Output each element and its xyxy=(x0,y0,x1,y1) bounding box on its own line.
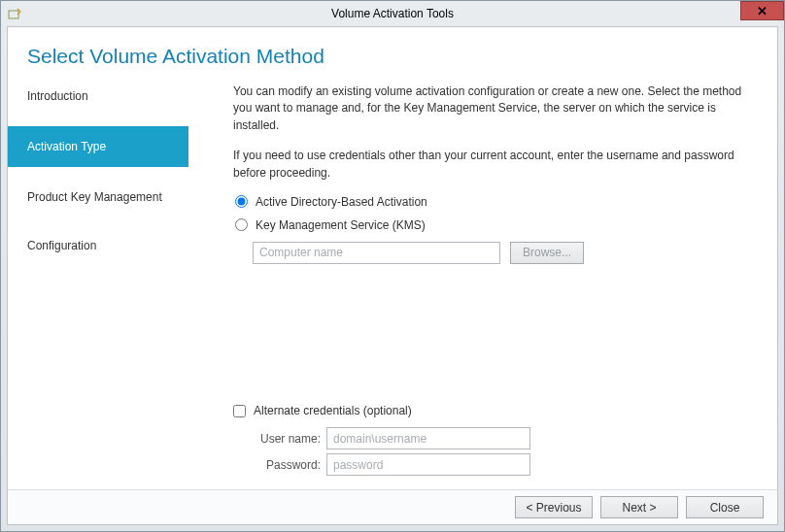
close-icon: ✕ xyxy=(757,4,768,18)
titlebar: Volume Activation Tools ✕ xyxy=(1,1,784,25)
window-title: Volume Activation Tools xyxy=(1,7,784,20)
sidebar-item-product-key-management[interactable]: Product Key Management xyxy=(8,184,188,210)
computer-name-input[interactable] xyxy=(253,242,500,264)
wizard-footer: < Previous Next > Close xyxy=(8,489,777,524)
radio-ad-activation[interactable] xyxy=(235,195,248,208)
password-row: Password: xyxy=(251,453,754,476)
radio-ad-label: Active Directory-Based Activation xyxy=(256,195,427,209)
svg-rect-0 xyxy=(9,11,18,18)
window-close-button[interactable]: ✕ xyxy=(740,1,784,20)
radio-kms[interactable] xyxy=(235,218,248,231)
window-frame: Volume Activation Tools ✕ Select Volume … xyxy=(0,0,785,532)
intro-text: You can modify an existing volume activa… xyxy=(233,83,754,134)
radio-row-kms: Key Management Service (KMS) xyxy=(233,218,754,232)
sidebar-item-label: Activation Type xyxy=(27,140,106,153)
alt-creds-row: Alternate credentials (optional) xyxy=(233,404,754,417)
wizard-body: Introduction Activation Type Product Key… xyxy=(8,78,777,489)
password-label: Password: xyxy=(251,458,321,472)
credentials-hint-text: If you need to use credentials other tha… xyxy=(233,148,754,182)
alt-creds-label: Alternate credentials (optional) xyxy=(254,404,412,417)
sidebar-item-label: Configuration xyxy=(27,239,96,252)
alt-creds-checkbox[interactable] xyxy=(233,405,246,417)
radio-row-ad: Active Directory-Based Activation xyxy=(233,195,754,209)
content-area: You can modify an existing volume activa… xyxy=(188,78,777,489)
kms-input-row: Browse... xyxy=(253,242,754,264)
username-input[interactable] xyxy=(326,427,530,449)
browse-button[interactable]: Browse... xyxy=(510,242,584,264)
app-icon xyxy=(7,6,22,21)
username-row: User name: xyxy=(251,427,754,449)
close-button[interactable]: Close xyxy=(686,496,764,518)
password-input[interactable] xyxy=(326,453,530,476)
alternate-credentials-section: Alternate credentials (optional) User na… xyxy=(233,404,754,480)
sidebar-item-label: Introduction xyxy=(27,89,88,103)
radio-kms-label: Key Management Service (KMS) xyxy=(256,218,426,232)
sidebar: Introduction Activation Type Product Key… xyxy=(8,78,188,489)
page-title: Select Volume Activation Method xyxy=(8,27,777,78)
sidebar-item-activation-type[interactable]: Activation Type xyxy=(8,126,188,167)
previous-button[interactable]: < Previous xyxy=(515,496,593,518)
username-label: User name: xyxy=(251,432,321,446)
sidebar-item-label: Product Key Management xyxy=(27,190,162,204)
sidebar-item-introduction[interactable]: Introduction xyxy=(8,83,188,109)
sidebar-item-configuration[interactable]: Configuration xyxy=(8,233,188,258)
wizard-panel: Select Volume Activation Method Introduc… xyxy=(7,26,778,525)
next-button[interactable]: Next > xyxy=(600,496,678,518)
